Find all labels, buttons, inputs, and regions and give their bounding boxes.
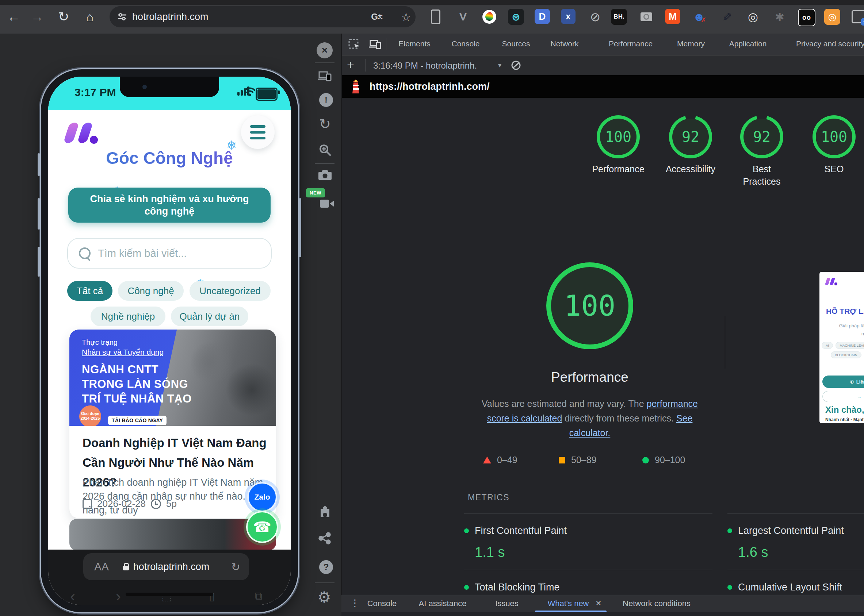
- home-icon[interactable]: ⌂: [82, 8, 98, 25]
- ext-ruler-icon[interactable]: ⊘: [587, 9, 603, 25]
- ext-phone-icon[interactable]: [427, 9, 444, 25]
- toggle-device-toolbar-icon[interactable]: [369, 39, 381, 50]
- settings-gear-icon[interactable]: ⚙: [317, 588, 331, 606]
- chip-tat-ca[interactable]: Tất cả: [67, 281, 112, 301]
- ext-doc-x-icon[interactable]: x: [561, 9, 575, 24]
- screencast-video-icon[interactable]: [320, 198, 334, 209]
- ext-bug-icon[interactable]: ✱: [772, 9, 788, 25]
- drawer-menu-icon[interactable]: ⋮: [350, 597, 360, 609]
- tab-console[interactable]: Console: [451, 39, 479, 48]
- zalo-label: Zalo: [254, 493, 270, 501]
- battery-tip: [278, 91, 280, 94]
- close-emulator-icon[interactable]: ×: [317, 42, 333, 58]
- drawer-tab-issues[interactable]: Issues: [495, 599, 519, 608]
- safari-url-pill[interactable]: AA hotrolaptrinh.com ↻: [83, 553, 249, 580]
- chip-nghe-nghiep[interactable]: Nghề nghiệp: [91, 306, 166, 326]
- ext-block-user-icon[interactable]: ☻✗: [691, 9, 707, 25]
- report-session-select[interactable]: 3:16:49 PM - hotrolaptrinh.: [373, 61, 477, 71]
- tab-privacy-security[interactable]: Privacy and security: [796, 39, 864, 48]
- ext-vue-icon[interactable]: V: [455, 9, 471, 25]
- new-report-plus-icon[interactable]: +: [347, 58, 354, 72]
- chip-quan-ly-du-an[interactable]: Quản lý dự án: [171, 306, 248, 326]
- clear-reports-icon[interactable]: [511, 60, 522, 71]
- share-icon[interactable]: [318, 532, 331, 544]
- ext-monkeytype-icon[interactable]: M: [665, 9, 680, 24]
- metric-lcp[interactable]: Largest Contentful Paint 1.6 s: [727, 513, 864, 560]
- category-label[interactable]: Performance: [591, 163, 646, 175]
- hamburger-menu-button[interactable]: [241, 115, 274, 149]
- safari-reload-icon[interactable]: ↻: [231, 561, 240, 573]
- tab-network[interactable]: Network: [550, 39, 579, 48]
- zalo-fab-button[interactable]: Zalo: [247, 482, 277, 512]
- lighthouse-toolbar: + 3:16:49 PM - hotrolaptrinh. ▾: [342, 55, 864, 76]
- promo-cta-button[interactable]: TẢI BÁO CÁO NGAY: [108, 416, 167, 425]
- ext-oo-icon[interactable]: oo: [798, 9, 815, 26]
- chevron-down-icon[interactable]: ▾: [498, 61, 501, 69]
- profile-avatar[interactable]: ★: [851, 9, 864, 25]
- ext-coin-icon[interactable]: ◎: [824, 9, 840, 25]
- reader-aa-button[interactable]: AA: [94, 561, 109, 573]
- browser-toolbar: ← → ↻ ⌂ hotrolaptrinh.com G文 ☆ V ⊛ D x ⊘…: [0, 0, 864, 34]
- ext-react-icon[interactable]: ⊛: [508, 9, 524, 25]
- inspect-element-icon[interactable]: [348, 39, 360, 50]
- volume-up-button: [38, 198, 40, 229]
- help-icon[interactable]: ?: [319, 560, 333, 574]
- drawer-tab-whats-new[interactable]: What's new: [547, 599, 589, 608]
- zoom-icon[interactable]: [318, 143, 331, 157]
- forward-icon[interactable]: →: [29, 8, 45, 25]
- ext-colorpicker-icon[interactable]: [481, 9, 497, 25]
- article-card-2-image[interactable]: [69, 519, 276, 550]
- chip-uncategorized[interactable]: Uncategorized: [189, 281, 271, 301]
- chip-cong-nghe[interactable]: Công nghệ: [118, 281, 184, 301]
- category-label[interactable]: Accessibility: [663, 163, 718, 175]
- category-performance[interactable]: 100 Performance: [583, 115, 653, 175]
- safari-back-icon[interactable]: ‹: [70, 588, 75, 605]
- ext-translate-ext-icon[interactable]: D: [534, 9, 550, 24]
- metric-cls[interactable]: Cumulative Layout Shift: [727, 570, 864, 593]
- metric-tbt[interactable]: Total Blocking Time: [464, 570, 713, 593]
- error-badge-icon[interactable]: !: [319, 93, 333, 107]
- tab-sources[interactable]: Sources: [502, 39, 530, 48]
- category-accessibility[interactable]: 92 Accessibility: [656, 115, 725, 175]
- tab-memory[interactable]: Memory: [677, 39, 705, 48]
- tab-application[interactable]: Application: [729, 39, 767, 48]
- tab-elements[interactable]: Elements: [398, 39, 430, 48]
- reload-icon[interactable]: ↻: [55, 8, 72, 25]
- drawer-tab-console[interactable]: Console: [367, 599, 397, 608]
- safari-tabs-icon[interactable]: ⧉: [254, 590, 262, 602]
- ext-target-icon[interactable]: ◎: [745, 9, 761, 25]
- search-input[interactable]: Tìm kiếm bài viết...: [67, 238, 272, 269]
- ext-camera-icon[interactable]: [639, 9, 654, 25]
- site-settings-icon[interactable]: [118, 12, 127, 22]
- category-label[interactable]: Best Practices: [735, 163, 789, 188]
- category-best-practices[interactable]: 92 Best Practices: [727, 115, 796, 188]
- search-icon: [79, 247, 91, 259]
- ext-bh-icon[interactable]: BH.: [611, 9, 627, 25]
- phone-fab-button[interactable]: ☎: [246, 511, 278, 543]
- thumb-tag: AI: [821, 342, 833, 349]
- screenshot-camera-icon[interactable]: [318, 169, 331, 181]
- device-toolbar-icon[interactable]: [318, 70, 331, 82]
- photo-texture: [190, 341, 234, 384]
- extensions-puzzle-icon[interactable]: [318, 505, 331, 518]
- ext-eyedropper-icon[interactable]: ✎: [719, 9, 735, 25]
- drawer-tab-ai-assistance[interactable]: AI assistance: [419, 599, 467, 608]
- safari-share-icon[interactable]: ⬚: [161, 590, 172, 602]
- drawer-tab-network-conditions[interactable]: Network conditions: [623, 599, 691, 608]
- devtools-drawer: ⋮ Console AI assistance Issues What's ne…: [341, 595, 864, 612]
- back-icon[interactable]: ←: [6, 8, 22, 25]
- tab-performance[interactable]: Performance: [609, 39, 653, 48]
- address-bar[interactable]: hotrolaptrinh.com G文 ☆: [110, 6, 416, 27]
- safari-forward-icon[interactable]: ›: [116, 588, 121, 605]
- category-seo[interactable]: 100 SEO: [799, 115, 864, 175]
- article-card[interactable]: Thực trạng Nhân sự và Tuyển dụng NGÀNH C…: [69, 330, 276, 518]
- url-text[interactable]: hotrolaptrinh.com: [132, 11, 208, 23]
- category-label[interactable]: SEO: [807, 163, 861, 175]
- metric-fcp[interactable]: First Contentful Paint 1.1 s: [464, 513, 713, 560]
- bookmark-star-icon[interactable]: ☆: [400, 11, 412, 23]
- rerun-icon[interactable]: ↻: [319, 116, 331, 132]
- translate-icon[interactable]: G文: [371, 11, 383, 23]
- safari-bookmarks-icon[interactable]: ▯: [209, 590, 215, 602]
- drawer-tab-close-icon[interactable]: ✕: [596, 599, 602, 608]
- divider: [725, 316, 725, 369]
